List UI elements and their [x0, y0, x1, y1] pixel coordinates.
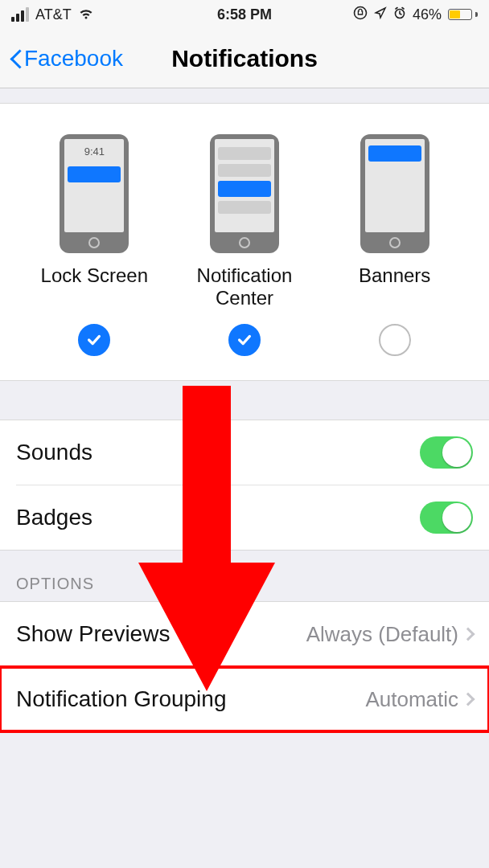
alert-style-banners[interactable]: Banners [320, 134, 469, 311]
home-dot-icon [239, 237, 250, 248]
battery-percent: 46% [413, 6, 442, 23]
back-button[interactable]: Facebook [8, 46, 123, 72]
row-sounds[interactable]: Sounds [0, 420, 489, 485]
chevron-right-icon [462, 628, 475, 641]
row-show-previews[interactable]: Show Previews Always (Default) [0, 602, 489, 666]
orientation-lock-icon [353, 6, 368, 24]
preview-notification-bar [68, 166, 121, 182]
check-lock-screen[interactable] [78, 324, 110, 356]
grouping-value-text: Automatic [365, 687, 458, 712]
phone-preview-notification-center [210, 134, 279, 253]
grouping-label: Notification Grouping [16, 686, 226, 712]
cellular-signal-icon [11, 7, 29, 22]
status-time: 6:58 PM [217, 6, 272, 23]
sounds-toggle[interactable] [420, 436, 473, 469]
alert-style-label: Banners [359, 264, 430, 311]
badges-toggle[interactable] [420, 502, 473, 534]
badges-label: Badges [16, 505, 92, 530]
alert-styles-section: 9:41 Lock Screen Notification Center [0, 103, 489, 381]
row-badges[interactable]: Badges [0, 485, 489, 550]
options-header: OPTIONS [0, 551, 489, 601]
preview-notification-bar [218, 181, 271, 197]
options-section: Show Previews Always (Default) Notificat… [0, 601, 489, 732]
status-bar: AT&T 6:58 PM 46% [0, 0, 489, 29]
alert-style-notification-center[interactable]: Notification Center [171, 134, 319, 311]
status-right: 46% [353, 6, 478, 24]
preview-notification-bar [218, 164, 271, 177]
chevron-right-icon [462, 693, 475, 706]
preview-notification-bar [218, 147, 271, 160]
show-previews-value-text: Always (Default) [306, 622, 458, 647]
home-dot-icon [389, 237, 401, 248]
phone-preview-banners [360, 134, 429, 253]
nav-header: Facebook Notifications [0, 29, 489, 88]
wifi-icon [78, 6, 94, 24]
alert-styles-row: 9:41 Lock Screen Notification Center [19, 134, 470, 311]
alarm-icon [393, 6, 406, 23]
alert-style-checks [19, 324, 470, 356]
alert-style-lock-screen[interactable]: 9:41 Lock Screen [20, 134, 169, 311]
check-banners[interactable] [379, 324, 411, 356]
alert-style-label: Notification Center [171, 264, 319, 311]
show-previews-value: Always (Default) [306, 622, 473, 647]
home-dot-icon [88, 237, 100, 248]
preview-time: 9:41 [84, 145, 105, 158]
alert-style-label: Lock Screen [41, 264, 148, 311]
preview-notification-bar [368, 145, 421, 162]
row-notification-grouping[interactable]: Notification Grouping Automatic [0, 667, 489, 731]
chevron-left-icon [8, 47, 23, 70]
sounds-label: Sounds [16, 440, 92, 465]
phone-preview-lock-screen: 9:41 [60, 134, 129, 253]
grouping-value: Automatic [365, 687, 473, 712]
check-notification-center[interactable] [228, 324, 261, 356]
carrier-label: AT&T [35, 6, 72, 23]
back-label: Facebook [24, 46, 123, 72]
status-left: AT&T [11, 6, 94, 24]
toggles-section: Sounds Badges [0, 420, 489, 551]
preview-notification-bar [218, 201, 271, 214]
page-title: Notifications [171, 45, 318, 72]
location-arrow-icon [374, 6, 387, 23]
battery-icon [448, 9, 478, 20]
show-previews-label: Show Previews [16, 621, 170, 647]
